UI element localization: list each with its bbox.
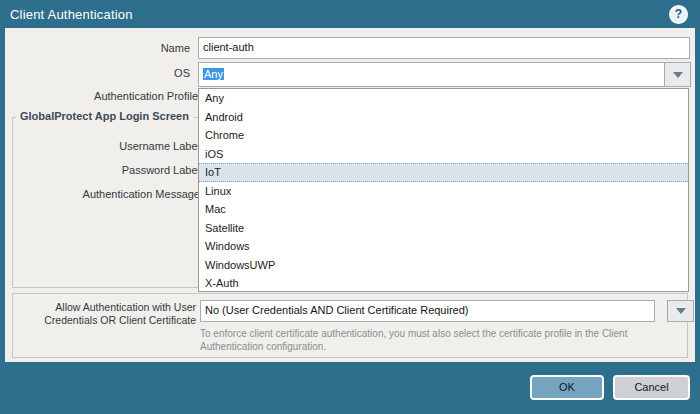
client-authentication-dialog: Client Authentication ? Name client-auth… — [0, 0, 700, 414]
os-combo-input[interactable]: Any — [198, 62, 665, 87]
section-legend: GlobalProtect App Login Screen — [16, 110, 193, 122]
chevron-down-icon — [673, 72, 683, 78]
list-item-android[interactable]: Android — [199, 108, 688, 127]
list-item-xauth[interactable]: X-Auth — [199, 274, 688, 293]
list-item-windows[interactable]: Windows — [199, 237, 688, 256]
ok-button[interactable]: OK — [530, 375, 604, 400]
list-item-satellite[interactable]: Satellite — [199, 219, 688, 238]
list-item-iot[interactable]: IoT — [199, 163, 688, 182]
list-item-chrome[interactable]: Chrome — [199, 126, 688, 145]
help-icon[interactable]: ? — [669, 5, 688, 24]
allow-authentication-label: Allow Authentication with User Credentia… — [10, 301, 196, 327]
cancel-button[interactable]: Cancel — [613, 375, 690, 400]
list-item-linux[interactable]: Linux — [199, 182, 688, 201]
name-input[interactable]: client-auth — [198, 37, 690, 59]
os-dropdown-button[interactable] — [664, 62, 691, 87]
username-label-label: Username Label — [60, 140, 200, 152]
list-item-mac[interactable]: Mac — [199, 200, 688, 219]
list-item-windowsuwp[interactable]: WindowsUWP — [199, 256, 688, 275]
os-dropdown-list: Any Android Chrome iOS IoT Linux Mac Sat… — [198, 88, 689, 292]
dialog-titlebar: Client Authentication ? — [0, 0, 700, 28]
list-item-ios[interactable]: iOS — [199, 145, 688, 164]
authentication-message-label: Authentication Message — [40, 188, 200, 200]
name-label: Name — [40, 42, 190, 54]
os-selected-value: Any — [203, 68, 224, 80]
chevron-down-icon — [676, 308, 686, 314]
certificate-help-text: To enforce client certificate authentica… — [200, 327, 674, 353]
password-label-label: Password Label — [60, 164, 200, 176]
dialog-title: Client Authentication — [10, 7, 133, 22]
allow-authentication-dropdown-button[interactable] — [667, 300, 694, 322]
os-label: OS — [40, 67, 190, 79]
authentication-profile-label: Authentication Profile — [40, 90, 198, 102]
list-item-any[interactable]: Any — [199, 89, 688, 108]
allow-authentication-combo-input[interactable]: No (User Credentials AND Client Certific… — [200, 300, 655, 322]
